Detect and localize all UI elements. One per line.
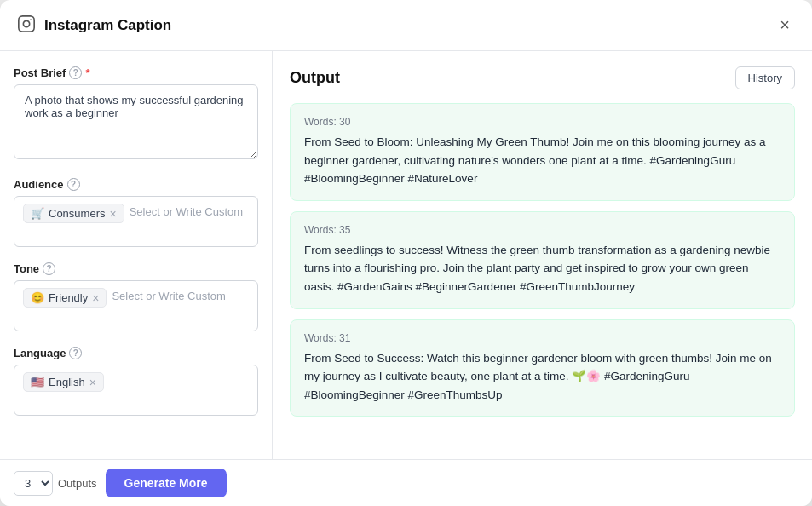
tone-placeholder: Select or Write Custom — [112, 288, 225, 304]
outputs-label: Outputs — [58, 477, 97, 490]
language-help-icon[interactable]: ? — [69, 347, 82, 359]
title-row: Instagram Caption — [17, 14, 171, 37]
instagram-icon — [17, 14, 36, 37]
output-title: Output — [290, 69, 340, 87]
audience-tag-input[interactable]: 🛒 Consumers × Select or Write Custom — [14, 196, 258, 247]
modal-title: Instagram Caption — [44, 17, 171, 34]
friendly-tag-label: Friendly — [49, 291, 88, 304]
output-text-3: From Seed to Success: Watch this beginne… — [304, 349, 780, 405]
history-button[interactable]: History — [735, 66, 795, 89]
outputs-select-row: 1 2 3 4 5 Outputs — [14, 471, 97, 496]
post-brief-field: Post Brief ? * A photo that shows my suc… — [14, 66, 258, 163]
output-text-1: From Seed to Bloom: Unleashing My Green … — [304, 133, 780, 188]
language-field: Language ? 🇺🇸 English × — [14, 347, 258, 416]
generate-more-button[interactable]: Generate More — [106, 469, 227, 497]
consumers-tag-remove[interactable]: × — [109, 208, 116, 220]
language-label: Language ? — [14, 347, 258, 359]
language-tag-input[interactable]: 🇺🇸 English × — [14, 365, 258, 416]
tone-tag-input[interactable]: 😊 Friendly × Select or Write Custom — [14, 280, 258, 331]
post-brief-textarea[interactable]: A photo that shows my successful gardeni… — [14, 84, 258, 159]
right-panel: Output History Words: 30 From Seed to Bl… — [273, 51, 812, 459]
consumers-tag-emoji: 🛒 — [31, 207, 44, 220]
output-header: Output History — [290, 66, 795, 89]
audience-help-icon[interactable]: ? — [67, 178, 80, 191]
left-panel: Post Brief ? * A photo that shows my suc… — [0, 51, 273, 459]
modal-header: Instagram Caption × — [0, 0, 812, 51]
output-text-2: From seedlings to success! Witness the g… — [304, 241, 780, 296]
consumers-tag: 🛒 Consumers × — [23, 204, 124, 223]
english-tag-remove[interactable]: × — [89, 377, 96, 388]
word-count-1: Words: 30 — [304, 116, 780, 128]
modal-body: Post Brief ? * A photo that shows my suc… — [0, 51, 812, 459]
english-tag-label: English — [49, 376, 85, 388]
tone-help-icon[interactable]: ? — [43, 262, 55, 275]
tone-label: Tone ? — [14, 262, 258, 275]
english-tag-emoji: 🇺🇸 — [31, 376, 44, 388]
required-star: * — [85, 66, 89, 79]
output-card-2: Words: 35 From seedlings to success! Wit… — [290, 211, 795, 309]
tone-field: Tone ? 😊 Friendly × Select or Write Cust… — [14, 262, 258, 331]
post-brief-label: Post Brief ? * — [14, 66, 258, 79]
audience-label: Audience ? — [14, 178, 258, 191]
friendly-tag-remove[interactable]: × — [92, 292, 99, 304]
bottom-bar: 1 2 3 4 5 Outputs Generate More — [0, 459, 812, 506]
instagram-caption-modal: Instagram Caption × Post Brief ? * A pho… — [0, 0, 812, 506]
outputs-number-select[interactable]: 1 2 3 4 5 — [14, 471, 53, 496]
post-brief-help-icon[interactable]: ? — [69, 66, 82, 79]
output-card-1: Words: 30 From Seed to Bloom: Unleashing… — [290, 103, 795, 201]
word-count-3: Words: 31 — [304, 332, 780, 344]
svg-rect-0 — [19, 15, 34, 31]
audience-field: Audience ? 🛒 Consumers × Select or Write… — [14, 178, 258, 247]
close-button[interactable]: × — [775, 14, 795, 37]
word-count-2: Words: 35 — [304, 224, 780, 236]
output-cards: Words: 30 From Seed to Bloom: Unleashing… — [290, 103, 795, 417]
output-card-3: Words: 31 From Seed to Success: Watch th… — [290, 319, 795, 417]
svg-point-1 — [23, 20, 29, 26]
friendly-tag: 😊 Friendly × — [23, 288, 107, 308]
svg-point-2 — [30, 19, 31, 20]
consumers-tag-label: Consumers — [49, 207, 105, 220]
friendly-tag-emoji: 😊 — [31, 291, 44, 304]
audience-placeholder: Select or Write Custom — [130, 204, 243, 220]
english-tag: 🇺🇸 English × — [23, 372, 104, 392]
